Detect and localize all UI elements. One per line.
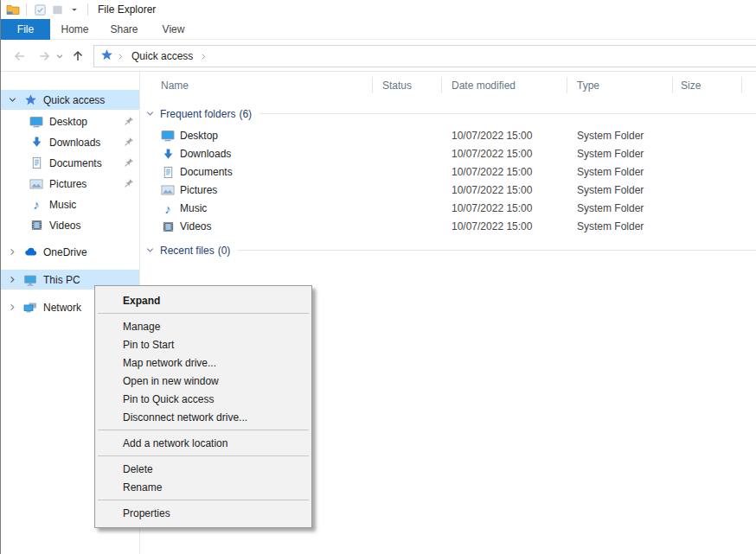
file-row-desktop[interactable]: Desktop 10/07/2022 15:00 System Folder [140,127,756,145]
pictures-icon [161,183,175,197]
this-pc-icon [23,273,37,287]
file-name: Desktop [180,130,218,142]
sidebar-item-pictures[interactable]: Pictures [1,174,139,194]
sidebar-item-documents[interactable]: Documents [1,153,139,173]
ribbon-tab-bar: File Home Share View [1,19,756,40]
sidebar-item-label: Quick access [43,94,105,106]
group-label: Recent files [160,245,215,257]
column-divider[interactable] [741,77,742,93]
new-folder-qat-button[interactable] [48,2,66,17]
up-button[interactable] [69,48,86,65]
pin-icon [124,178,134,188]
tab-view[interactable]: View [149,19,198,40]
sidebar-item-downloads[interactable]: Downloads [1,132,139,152]
sidebar-item-quick-access[interactable]: Quick access [1,90,139,110]
sidebar-item-label: Pictures [49,178,86,190]
menu-separator [98,313,309,314]
sidebar-item-videos[interactable]: Videos [1,215,139,235]
tab-file[interactable]: File [1,19,50,40]
column-divider[interactable] [567,77,567,93]
file-date-modified: 10/07/2022 15:00 [452,166,532,178]
column-header-date-modified[interactable]: Date modified [452,80,516,93]
sidebar-item-onedrive[interactable]: OneDrive [1,242,139,262]
menu-item-open-in-new-window[interactable]: Open in new window [95,372,311,390]
column-header-size[interactable]: Size [681,80,701,93]
menu-item-pin-to-quick-access[interactable]: Pin to Quick access [95,390,311,408]
menu-item-properties[interactable]: Properties [95,504,311,522]
pin-icon [124,116,134,126]
title-bar: File Explorer [1,0,756,19]
tab-share[interactable]: Share [99,19,149,40]
file-row-videos[interactable]: Videos 10/07/2022 15:00 System Folder [140,218,756,236]
chevron-down-icon [145,245,155,255]
chevron-down-icon[interactable] [6,95,18,105]
sidebar-item-label: Documents [49,157,102,169]
menu-item-rename[interactable]: Rename [95,478,311,496]
column-header-type[interactable]: Type [577,80,599,93]
column-header-name[interactable]: Name [161,80,189,93]
tab-home[interactable]: Home [50,19,99,40]
breadcrumb-chevron-icon[interactable] [117,53,125,60]
breadcrumb-segment[interactable]: Quick access [128,50,196,62]
menu-item-disconnect-network-drive[interactable]: Disconnect network drive... [95,408,311,426]
group-header-frequent-folders[interactable]: Frequent folders (6) [145,106,756,121]
chevron-right-icon[interactable] [6,302,18,312]
menu-item-delete[interactable]: Delete [95,460,311,478]
file-date-modified: 10/07/2022 15:00 [452,202,532,214]
chevron-right-icon[interactable] [6,247,18,257]
group-rule [238,250,756,251]
file-type: System Folder [577,130,644,142]
file-name: Pictures [180,184,217,196]
chevron-right-icon[interactable] [6,275,18,284]
column-divider[interactable] [372,77,373,93]
file-row-documents[interactable]: Documents 10/07/2022 15:00 System Folder [140,163,756,181]
window-title: File Explorer [98,3,156,16]
recent-locations-caret[interactable] [54,48,66,65]
menu-item-manage[interactable]: Manage [95,317,311,335]
file-explorer-window: File Explorer File Home Share View Quic [0,0,756,554]
file-row-music[interactable]: ♪ Music 10/07/2022 15:00 System Folder [140,200,756,218]
sidebar-item-label: Network [43,302,81,314]
file-date-modified: 10/07/2022 15:00 [452,130,532,142]
file-name: Downloads [180,148,231,160]
file-name: Music [180,202,207,214]
menu-item-add-network-location[interactable]: Add a network location [95,434,311,452]
column-divider[interactable] [441,77,442,93]
file-type: System Folder [577,166,644,178]
menu-separator [98,500,309,500]
file-type: System Folder [577,184,644,196]
forward-button[interactable] [35,48,53,65]
onedrive-cloud-icon [23,245,37,259]
back-button[interactable] [11,48,29,65]
file-type: System Folder [577,148,644,160]
explorer-folder-icon [4,2,22,17]
breadcrumb-chevron-icon[interactable] [200,53,208,60]
quick-access-star-icon [23,93,37,107]
file-row-downloads[interactable]: Downloads 10/07/2022 15:00 System Folder [140,145,756,163]
group-count: (6) [239,108,252,120]
column-header-status[interactable]: Status [382,80,412,93]
divider [26,3,27,16]
file-type: System Folder [577,202,644,214]
pictures-icon [29,177,43,191]
menu-item-pin-to-start[interactable]: Pin to Start [95,335,311,353]
customize-qat-caret-icon[interactable] [66,2,83,17]
downloads-icon [161,147,175,161]
sidebar-item-label: Music [49,199,76,211]
pin-icon [124,157,134,168]
menu-item-expand[interactable]: Expand [95,291,311,309]
sidebar-item-music[interactable]: ♪ Music [1,194,139,214]
desktop-icon [161,129,175,143]
sidebar-item-label: OneDrive [43,246,87,258]
music-icon: ♪ [161,201,175,215]
sidebar-item-desktop[interactable]: Desktop [1,111,139,131]
chevron-down-icon [145,109,155,118]
quick-access-star-icon [100,48,113,64]
file-row-pictures[interactable]: Pictures 10/07/2022 15:00 System Folder [140,181,756,200]
group-header-recent-files[interactable]: Recent files (0) [145,243,756,258]
column-divider[interactable] [672,77,673,93]
properties-qat-button[interactable] [31,2,48,17]
address-bar[interactable]: Quick access [93,45,756,67]
group-label: Frequent folders [160,108,235,120]
menu-item-map-network-drive[interactable]: Map network drive... [95,353,311,372]
